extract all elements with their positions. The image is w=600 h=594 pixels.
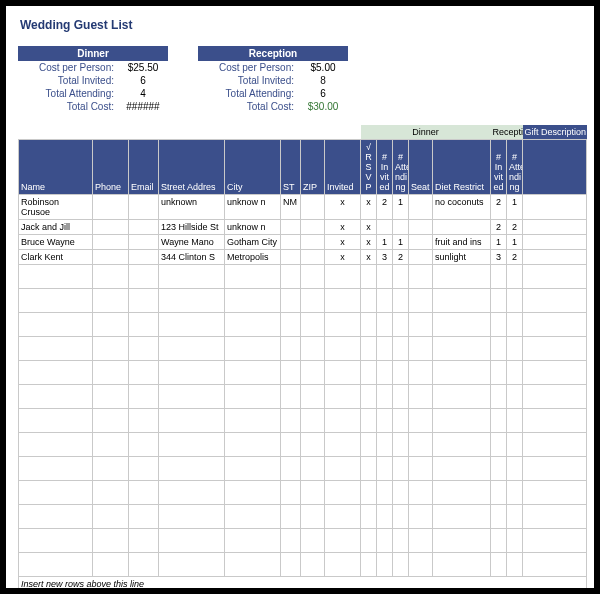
cell-gift[interactable] (523, 250, 587, 265)
cell-diet[interactable]: sunlight (433, 250, 491, 265)
col-invited[interactable]: Invited (325, 140, 361, 195)
cell-st[interactable] (281, 235, 301, 250)
cell-d_inv[interactable]: 2 (377, 195, 393, 220)
cell-zip[interactable] (301, 195, 325, 220)
group-gift: Gift Description (523, 125, 587, 140)
cell-d_inv[interactable] (377, 220, 393, 235)
cell-city[interactable]: unknow n (225, 195, 281, 220)
cell-st[interactable] (281, 220, 301, 235)
cell-diet[interactable]: no coconuts (433, 195, 491, 220)
cell-email[interactable] (129, 195, 159, 220)
cell-d_inv[interactable]: 1 (377, 235, 393, 250)
reception-cost-value[interactable]: $5.00 (298, 61, 348, 74)
cell-zip[interactable] (301, 250, 325, 265)
cell-rsvp[interactable]: x (361, 250, 377, 265)
col-name[interactable]: Name (19, 140, 93, 195)
cell-name[interactable]: Clark Kent (19, 250, 93, 265)
cell-r_att[interactable]: 1 (507, 195, 523, 220)
cell-zip[interactable] (301, 220, 325, 235)
cell-r_inv[interactable]: 2 (491, 195, 507, 220)
table-row[interactable]: Clark Kent344 Clinton SMetropolisxx32sun… (19, 250, 587, 265)
col-city[interactable]: City (225, 140, 281, 195)
col-street[interactable]: Street Addres (159, 140, 225, 195)
reception-attend-value[interactable]: 6 (298, 87, 348, 100)
cell-street[interactable]: unknown (159, 195, 225, 220)
cell-street[interactable]: 123 Hillside St (159, 220, 225, 235)
reception-totalcost-value[interactable]: $30.00 (298, 100, 348, 113)
cell-diet[interactable] (433, 220, 491, 235)
cell-invited[interactable]: x (325, 195, 361, 220)
dinner-cost-value[interactable]: $25.50 (118, 61, 168, 74)
cell-street[interactable]: Wayne Mano (159, 235, 225, 250)
cell-r_inv[interactable]: 3 (491, 250, 507, 265)
cell-r_att[interactable]: 1 (507, 235, 523, 250)
cell-gift[interactable] (523, 235, 587, 250)
cell-r_inv[interactable]: 1 (491, 235, 507, 250)
cell-st[interactable] (281, 250, 301, 265)
col-dinner-attending[interactable]: # Atte ndi ng (393, 140, 409, 195)
cell-email[interactable] (129, 220, 159, 235)
cell-st[interactable]: NM (281, 195, 301, 220)
cell-zip[interactable] (301, 235, 325, 250)
cell-gift[interactable] (523, 195, 587, 220)
cell-street[interactable]: 344 Clinton S (159, 250, 225, 265)
col-zip[interactable]: ZIP (301, 140, 325, 195)
cell-seat[interactable] (409, 195, 433, 220)
cell-phone[interactable] (93, 250, 129, 265)
col-seat[interactable]: Seat (409, 140, 433, 195)
col-recep-attending[interactable]: # Atte ndi ng (507, 140, 523, 195)
col-dinner-invited[interactable]: # In vit ed (377, 140, 393, 195)
col-phone[interactable]: Phone (93, 140, 129, 195)
table-row[interactable]: Jack and Jill123 Hillside Stunknow nxx22 (19, 220, 587, 235)
cell-city[interactable]: unknow n (225, 220, 281, 235)
cell-name[interactable]: Jack and Jill (19, 220, 93, 235)
group-reception: Recepti (491, 125, 523, 140)
cell-rsvp[interactable]: x (361, 195, 377, 220)
table-row[interactable]: Bruce WayneWayne ManoGotham Cityxx11frui… (19, 235, 587, 250)
dinner-summary-header: Dinner (18, 46, 168, 61)
cell-phone[interactable] (93, 195, 129, 220)
cell-d_att[interactable]: 1 (393, 235, 409, 250)
guest-table[interactable]: Dinner Recepti Gift Description Name Pho… (18, 125, 587, 588)
cell-city[interactable]: Metropolis (225, 250, 281, 265)
dinner-totalcost-value[interactable]: ###### (118, 100, 168, 113)
col-gift[interactable] (523, 140, 587, 195)
col-rsvp[interactable]: √ R S V P (361, 140, 377, 195)
cell-seat[interactable] (409, 235, 433, 250)
dinner-attend-value[interactable]: 4 (118, 87, 168, 100)
dinner-invited-value[interactable]: 6 (118, 74, 168, 87)
cell-invited[interactable]: x (325, 250, 361, 265)
cell-invited[interactable]: x (325, 220, 361, 235)
cell-phone[interactable] (93, 220, 129, 235)
cell-d_att[interactable] (393, 220, 409, 235)
dinner-attend-label: Total Attending: (18, 87, 118, 100)
col-recep-invited[interactable]: # In vit ed (491, 140, 507, 195)
cell-phone[interactable] (93, 235, 129, 250)
cell-email[interactable] (129, 250, 159, 265)
col-diet[interactable]: Diet Restrict (433, 140, 491, 195)
cell-city[interactable]: Gotham City (225, 235, 281, 250)
col-email[interactable]: Email (129, 140, 159, 195)
cell-gift[interactable] (523, 220, 587, 235)
reception-invited-value[interactable]: 8 (298, 74, 348, 87)
cell-r_att[interactable]: 2 (507, 250, 523, 265)
cell-name[interactable]: Bruce Wayne (19, 235, 93, 250)
reception-summary-header: Reception (198, 46, 348, 61)
cell-diet[interactable]: fruit and ins (433, 235, 491, 250)
cell-rsvp[interactable]: x (361, 235, 377, 250)
cell-d_inv[interactable]: 3 (377, 250, 393, 265)
cell-seat[interactable] (409, 250, 433, 265)
cell-seat[interactable] (409, 220, 433, 235)
cell-name[interactable]: Robinson Crusoe (19, 195, 93, 220)
table-row[interactable]: Robinson Crusoeunknownunknow nNMxx21no c… (19, 195, 587, 220)
cell-email[interactable] (129, 235, 159, 250)
cell-r_inv[interactable]: 2 (491, 220, 507, 235)
cell-rsvp[interactable]: x (361, 220, 377, 235)
dinner-invited-label: Total Invited: (18, 74, 118, 87)
dinner-summary: Dinner Cost per Person:$25.50 Total Invi… (18, 46, 168, 113)
cell-invited[interactable]: x (325, 235, 361, 250)
col-st[interactable]: ST (281, 140, 301, 195)
cell-d_att[interactable]: 1 (393, 195, 409, 220)
cell-r_att[interactable]: 2 (507, 220, 523, 235)
cell-d_att[interactable]: 2 (393, 250, 409, 265)
